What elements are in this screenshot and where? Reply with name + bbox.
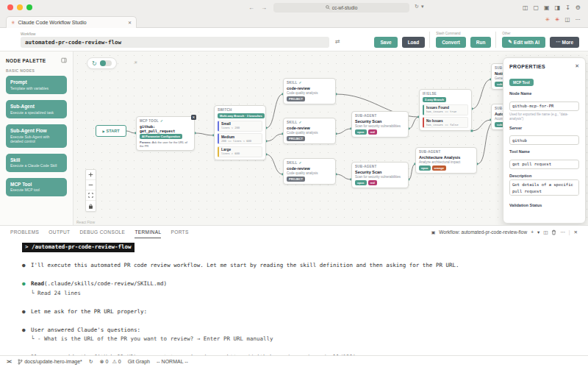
- more-button[interactable]: ⋯More: [550, 37, 579, 48]
- play-icon: ▶: [102, 129, 104, 133]
- tab-title: Claude Code Workflow Studio: [18, 20, 86, 25]
- forward-icon[interactable]: →: [261, 4, 267, 11]
- node-start[interactable]: ▶ START: [96, 125, 126, 137]
- tab-output[interactable]: OUTPUT: [49, 226, 70, 238]
- zoom-out-button[interactable]: [86, 180, 96, 190]
- fit-view-button[interactable]: [86, 190, 96, 201]
- terminal-session-select[interactable]: Workflow: automated-pr-code-review-flow: [439, 229, 527, 235]
- bullet-icon: ●: [22, 261, 31, 271]
- more-extensions-icon[interactable]: ⋯: [576, 16, 581, 23]
- run-button[interactable]: Run: [470, 37, 492, 48]
- palette-item-mcp-tool[interactable]: MCP Tool Execute MCP tool: [6, 178, 67, 196]
- pencil-icon: ✎: [508, 39, 512, 45]
- canvas-mode-toolbar[interactable]: ↻: [87, 57, 117, 69]
- node-skill-2[interactable]: SKILL✓ code-review Code quality analysis…: [283, 118, 336, 144]
- split-terminal-icon[interactable]: ◫: [543, 229, 548, 235]
- node-subagent-architecture[interactable]: SUB-AGENT Architecture Analysis Analyze …: [415, 147, 477, 174]
- workflow-name-input[interactable]: [21, 37, 329, 48]
- bottom-panel-icon[interactable]: ▣: [544, 4, 550, 11]
- description-textarea[interactable]: Get details of a specific pull request: [509, 179, 579, 196]
- load-button[interactable]: Load: [402, 37, 426, 48]
- palette-item-sub-agent-flow[interactable]: Sub-Agent Flow Execute Sub-Agent with de…: [6, 124, 67, 148]
- zoom-in-button[interactable]: [86, 170, 96, 180]
- palette-title: NODE PALETTE: [6, 58, 46, 63]
- bullet-icon: ●: [22, 279, 31, 289]
- server-input[interactable]: [509, 135, 579, 145]
- edit-with-ai-button[interactable]: ✎Edit with AI: [502, 37, 545, 48]
- terminal-output[interactable]: > /automated-pr-code-review-flow ●I'll e…: [0, 238, 588, 367]
- problems-item[interactable]: ⊗0⚠0: [100, 359, 121, 365]
- download-icon[interactable]: ↧: [565, 4, 570, 11]
- browser-tab[interactable]: ✳ Claude Code Workflow Studio ✕: [6, 16, 137, 28]
- settings-gear-icon[interactable]: ⚙: [576, 4, 581, 11]
- git-graph-item[interactable]: Git Graph: [128, 359, 150, 364]
- sync-icon[interactable]: ↻: [89, 359, 93, 365]
- close-icon[interactable]: ✕: [575, 63, 579, 69]
- two-way-badge: 2-way Branch: [423, 97, 446, 102]
- tool-name-input[interactable]: [509, 160, 579, 169]
- canvas-controls: [85, 169, 96, 212]
- node-subagent-security-1[interactable]: SUB-AGENT Security Scan Scan for securit…: [351, 111, 409, 138]
- tab-ports[interactable]: PORTS: [171, 226, 188, 238]
- tab-close-icon[interactable]: ✕: [128, 20, 132, 25]
- tool-result-line: └ Read 24 lines: [22, 289, 573, 299]
- tab-terminal[interactable]: TERMINAL: [135, 226, 161, 238]
- workflow-canvas[interactable]: ↻ ✳ ▶ START ✕ MCP TOOL✓ github: get_pull…: [74, 51, 588, 225]
- extension-icon[interactable]: ✳: [555, 16, 559, 23]
- shuffle-icon[interactable]: ⇄: [335, 38, 340, 45]
- ifelse-branch-false[interactable]: No Issues has_issues == false: [423, 117, 468, 128]
- save-button[interactable]: Save: [374, 37, 397, 48]
- close-window-button[interactable]: [7, 4, 13, 10]
- tab-problems[interactable]: PROBLEMS: [10, 226, 39, 238]
- sidebar-toggle-icon[interactable]: ◫: [564, 16, 570, 23]
- tab-debug-console[interactable]: DEBUG CONSOLE: [79, 226, 125, 238]
- node-skill-3[interactable]: SKILL✓ code-review Code quality analysis…: [283, 158, 336, 185]
- switch-branch-medium[interactable]: Medium 200 <= lines < 600: [218, 133, 262, 144]
- remote-indicator-icon[interactable]: ><: [7, 359, 11, 364]
- close-panel-icon[interactable]: ✕: [574, 229, 578, 235]
- branch-icon: [18, 359, 23, 365]
- color-badge: red: [368, 180, 377, 185]
- window-controls[interactable]: [7, 4, 32, 10]
- switch-branch-small[interactable]: Small lines < 200: [218, 121, 262, 132]
- palette-item-skill[interactable]: Skill Execute a Claude Code Skill: [6, 154, 67, 172]
- lock-button[interactable]: [86, 201, 96, 211]
- back-icon[interactable]: ←: [248, 4, 254, 11]
- new-terminal-icon[interactable]: +: [531, 229, 534, 235]
- palette-item-sub-agent[interactable]: Sub-Agent Execute a specialized task: [6, 100, 67, 118]
- chevron-down-icon[interactable]: ▾: [421, 4, 424, 10]
- model-badge: opus: [419, 165, 431, 171]
- share-icon[interactable]: ↻: [415, 4, 419, 10]
- mode-toggle[interactable]: [100, 60, 112, 66]
- refresh-icon[interactable]: ↻: [92, 60, 97, 67]
- sparkle-icon[interactable]: ✳: [134, 60, 137, 65]
- sidebar-icon[interactable]: ▢: [533, 4, 539, 11]
- switch-branch-large[interactable]: Large lines > 600: [218, 146, 262, 157]
- node-switch[interactable]: SWITCH Multi-way Branch · 3 branches Sma…: [214, 105, 266, 160]
- node-subagent-security-2[interactable]: SUB-AGENT Security Scan Scan for securit…: [351, 162, 409, 188]
- terminal-dropdown-icon[interactable]: ▾: [537, 229, 539, 235]
- palette-item-prompt[interactable]: Prompt Template with variables: [6, 76, 67, 94]
- minimize-window-button[interactable]: [17, 4, 23, 10]
- url-bar[interactable]: cc-wf-studio: [273, 3, 409, 13]
- node-skill-1[interactable]: SKILL✓ code-review Code quality analysis…: [283, 78, 336, 104]
- tool-name-label: Tool Name: [509, 149, 579, 154]
- error-icon: ⊗: [100, 359, 104, 365]
- panel-layout-icon[interactable]: ◫: [523, 4, 528, 11]
- node-ifelse[interactable]: IF/ELSE 2-way Branch Issues Found has_is…: [419, 89, 472, 131]
- maximize-window-button[interactable]: [26, 4, 32, 10]
- model-badge: opus: [355, 129, 367, 135]
- node-name-input[interactable]: [509, 101, 579, 111]
- delete-node-icon[interactable]: ✕: [191, 115, 196, 120]
- node-mcp-tool[interactable]: ✕ MCP TOOL✓ github: get_pull_request AI …: [136, 116, 195, 151]
- project-badge: PROJECT: [287, 136, 305, 141]
- claude-extension-icon[interactable]: ✳: [545, 16, 550, 23]
- collapse-panel-icon[interactable]: [61, 57, 67, 63]
- ifelse-branch-true[interactable]: Issues Found has_issues == true: [423, 104, 468, 115]
- question-answer-line: └ - What is the URL of the PR you want t…: [22, 335, 573, 344]
- split-view-icon[interactable]: ◨: [555, 4, 561, 11]
- convert-button[interactable]: Convert: [436, 37, 466, 48]
- kill-terminal-icon[interactable]: [551, 229, 556, 235]
- more-actions-icon[interactable]: ⋯: [560, 229, 565, 235]
- git-branch-item[interactable]: docs/update-hero-image*: [18, 359, 82, 365]
